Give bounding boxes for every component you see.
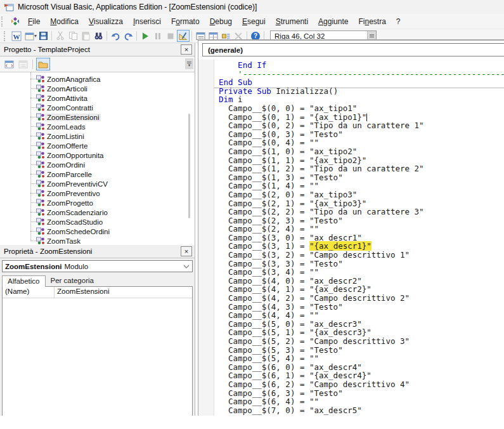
properties-object-combo[interactable]: ZoomEstensioni Modulo (2, 260, 193, 272)
menu-item-strumenti[interactable]: Strumenti (271, 15, 313, 28)
tree-item-zoomlistini[interactable]: ZoomListini (0, 131, 195, 141)
code-line[interactable]: Campo__$(6, 0) = "ax_descr4" (219, 363, 504, 372)
code-line[interactable]: Campo__$(3, 0) = "ax_descr1" (219, 234, 504, 242)
code-line[interactable]: Campo__$(0, 3) = "Testo" (219, 130, 504, 139)
tree-item-zoomprogetto[interactable]: ZoomProgetto (0, 198, 195, 208)
code-line[interactable]: Campo__$(5, 2) = "Campo descrittivo 3" (219, 337, 504, 346)
tab-per-categoria[interactable]: Per categoria (46, 275, 99, 286)
code-line[interactable]: Campo__$(1, 2) = "Tipo da un carattere 2… (219, 164, 504, 173)
tree-item-zoomscadenziario[interactable]: ZoomScadenziario (0, 208, 195, 217)
view-code-icon[interactable] (3, 58, 15, 70)
tree-connector (30, 98, 36, 98)
code-line[interactable]: Campo__$(4, 3) = "Testo" (219, 303, 504, 312)
toolbar-grip[interactable] (1, 16, 6, 27)
code-line[interactable]: Campo__$(2, 1) = "{ax_tipo3}" (219, 199, 504, 208)
code-line[interactable]: Dim i (219, 95, 504, 104)
menu-item-finestra[interactable]: Finestra (353, 15, 391, 28)
code-line[interactable]: Campo__$(2, 4) = "" (219, 225, 504, 234)
code-line[interactable]: Campo__$(2, 0) = "ax_tipo3" (219, 190, 504, 199)
tree-item-zoomestensioni[interactable]: ZoomEstensioni (0, 112, 195, 122)
code-line[interactable]: Campo__$(4, 1) = "{ax_descr2}" (219, 285, 504, 294)
code-line[interactable]: Campo__$(5, 4) = "" (219, 354, 504, 363)
code-line[interactable]: Campo__$(1, 4) = "" (219, 182, 504, 190)
tree-item-zoomofferte[interactable]: ZoomOfferte (0, 141, 195, 150)
tab-alfabetico[interactable]: Alfabetico (2, 275, 46, 287)
menu-item-inserisci[interactable]: Inserisci (128, 15, 166, 28)
menu-item-modifica[interactable]: Modifica (45, 15, 84, 28)
tree-item-zoomtask[interactable]: ZoomTask (0, 236, 195, 245)
insert-userform-icon[interactable] (23, 30, 36, 42)
tree-item-zoomscadstudio[interactable]: ZoomScadStudio (0, 217, 195, 227)
code-line[interactable]: Campo__$(3, 1) = "{ax_descr1}" (219, 242, 504, 251)
code-line[interactable]: Campo__$(3, 2) = "Campo descrittivo 1" (219, 251, 504, 260)
code-line[interactable]: Campo__$(6, 1) = "{ax_descr4}" (219, 371, 504, 380)
code-line[interactable]: Campo__$(5, 3) = "Testo" (219, 346, 504, 355)
code-line[interactable]: Campo__$(7, 0) = "ax_descr5" (219, 406, 504, 415)
code-line[interactable]: Campo__$(0, 2) = "Tipo da un carattere 1… (219, 121, 504, 130)
menu-item-visualizza[interactable]: Visualizza (84, 15, 128, 28)
panel-overflow-icon[interactable]: ▾ (185, 58, 193, 69)
code-line[interactable]: Campo__$(1, 3) = "Testo" (219, 173, 504, 182)
project-close-icon[interactable]: × (181, 44, 192, 55)
find-icon[interactable] (92, 30, 105, 42)
save-icon[interactable] (37, 30, 49, 42)
code-line[interactable]: Campo__$(0, 0) = "ax_tipo1" (219, 104, 504, 113)
tree-scrollbar-thumb[interactable] (188, 114, 190, 218)
code-line[interactable]: Campo__$(2, 2) = "Tipo da un carattere 3… (219, 208, 504, 216)
design-mode-icon[interactable] (177, 30, 190, 42)
tree-item-zoomattivita[interactable]: ZoomAttivita (0, 93, 195, 103)
margin-indicator-bar[interactable] (198, 60, 214, 416)
code-line[interactable]: Campo__$(5, 1) = "{ax_descr3}" (219, 328, 504, 337)
redo-icon[interactable] (122, 30, 134, 42)
code-line[interactable]: Campo__$(5, 0) = "ax_descr3" (219, 320, 504, 329)
code-line[interactable]: Campo__$(6, 2) = "Campo descrittivo 4" (219, 380, 504, 389)
menu-item-aggiunte[interactable]: Aggiunte (313, 15, 353, 28)
tree-item-label: ZoomAnagrafica (45, 76, 102, 83)
code-line[interactable]: '---------------------------------------… (219, 70, 504, 79)
code-line[interactable]: Campo__$(2, 3) = "Testo" (219, 216, 504, 225)
tree-item-zoompreventivicv[interactable]: ZoomPreventiviCV (0, 179, 195, 188)
menu-item-formato[interactable]: Formato (166, 15, 205, 28)
run-icon[interactable] (139, 30, 152, 42)
menu-item-debug[interactable]: Debug (205, 15, 237, 28)
tree-item-zoomarticoli[interactable]: ZoomArticoli (0, 84, 195, 93)
code-editor[interactable]: End If '--------------------------------… (198, 60, 504, 416)
code-line[interactable]: Private Sub Inizializza() (219, 87, 504, 96)
code-line[interactable]: End If (219, 61, 504, 70)
toggle-folders-icon[interactable] (36, 58, 50, 70)
project-panel-header: Progetto - TemplateProject × (0, 43, 195, 56)
properties-object-name: ZoomEstensioni (5, 263, 61, 270)
code-line[interactable]: End Sub (219, 78, 504, 87)
code-text[interactable]: End If '--------------------------------… (214, 61, 504, 416)
menu-item-esegui[interactable]: Esegui (237, 15, 271, 28)
tree-item-zoomanagrafica[interactable]: ZoomAnagrafica (0, 74, 195, 84)
code-line[interactable]: Campo__$(6, 4) = "" (219, 397, 504, 406)
code-line[interactable]: Campo__$(4, 4) = "" (219, 311, 504, 320)
tree-connector (30, 136, 36, 136)
tree-item-zoomopportunita[interactable]: ZoomOpportunita (0, 150, 195, 160)
code-line[interactable]: Campo__$(4, 0) = "ax_descr2" (219, 277, 504, 286)
tree-item-zoomleads[interactable]: ZoomLeads (0, 122, 195, 131)
tree-item-zoomordini[interactable]: ZoomOrdini (0, 160, 195, 169)
tree-item-zoomcontratti[interactable]: ZoomContratti (0, 103, 195, 112)
tree-connector (30, 193, 36, 194)
code-line[interactable]: Campo__$(4, 2) = "Campo descrittivo 2" (219, 294, 504, 303)
scope-dropdown[interactable]: (generale) (202, 43, 504, 56)
menu-item-file[interactable]: File (23, 15, 45, 28)
code-line[interactable]: Campo__$(1, 0) = "ax_tipo2" (219, 147, 504, 156)
code-line[interactable]: Campo__$(3, 3) = "Testo" (219, 260, 504, 268)
tree-item-zoompreventivo[interactable]: ZoomPreventivo (0, 188, 195, 198)
property-value-cell[interactable]: ZoomEstensioni (55, 287, 192, 298)
tree-item-zoomschedeordini[interactable]: ZoomSchedeOrdini (0, 227, 195, 236)
properties-close-icon[interactable]: × (181, 246, 192, 256)
code-line[interactable]: Campo__$(6, 3) = "Testo" (219, 389, 504, 398)
view-word-icon[interactable]: W (10, 30, 23, 42)
menu-item-[interactable]: ? (391, 15, 406, 28)
code-line[interactable]: Campo__$(3, 4) = "" (219, 268, 504, 277)
toolbar-grip-2[interactable] (4, 31, 8, 41)
tree-item-zoomparcelle[interactable]: ZoomParcelle (0, 169, 195, 179)
code-line[interactable]: Campo__$(1, 1) = "{ax_tipo2}" (219, 156, 504, 165)
code-line[interactable]: Campo__$(0, 1) = "{ax_tipo1}" (219, 113, 504, 122)
code-line[interactable]: Campo__$(0, 4) = "" (219, 138, 504, 147)
undo-icon[interactable] (109, 30, 122, 42)
